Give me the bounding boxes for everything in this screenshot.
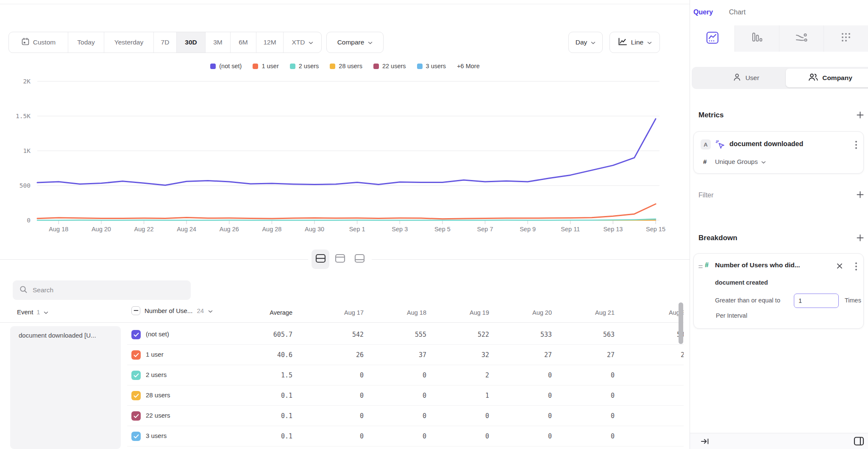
audience-user[interactable]: User [709,67,783,89]
layout-button-split-view[interactable] [312,249,329,269]
range-label: Custom [33,39,56,46]
range-label: Today [77,39,95,46]
search-input[interactable] [33,286,177,294]
event-column-header[interactable]: Event 1 [17,308,48,316]
line-chart[interactable]: 05001K1.5K2KAug 18Aug 20Aug 22Aug 24Aug … [0,59,690,258]
vertical-scrollbar-thumb[interactable] [679,302,683,344]
range-button-3m[interactable]: 3M [206,32,231,53]
breakdown-card[interactable]: # Number of Users who did... document cr… [693,253,864,329]
table-row[interactable]: 2 users1.5002002 [0,365,684,385]
drag-handle-icon[interactable] [698,264,703,272]
layout-button-table-only-view[interactable] [351,249,368,269]
group-header-label: Number of Use... [145,307,192,314]
chart-type-switcher [690,25,868,52]
date-column-header: Aug 19 [430,309,489,316]
metric-menu-icon[interactable] [855,140,857,151]
date-column-header: Aug 21 [555,309,615,316]
breakdown-event: document created [715,279,768,286]
add-filter-button[interactable] [855,191,865,200]
row-date-value: 0 [304,392,364,399]
measure-selector[interactable]: Unique Groups [715,158,766,165]
row-date-value: 26 [304,351,364,359]
y-axis-tick-label: 500 [19,182,31,189]
range-button-6m[interactable]: 6M [231,32,256,53]
chart-type-tile-scatter-chart[interactable] [823,25,868,52]
row-checkbox[interactable] [131,350,141,360]
group-count: 24 [197,307,204,314]
row-date-value: 1 [430,392,489,399]
metric-card[interactable]: A document downloaded # Unique Groups [693,131,864,174]
row-label: 28 users [146,391,170,399]
row-separator [127,446,684,446]
row-date-value: 25 [629,351,684,359]
x-axis-tick-label: Aug 26 [220,226,239,233]
tab-chart[interactable]: Chart [729,8,746,16]
split-panel-icon[interactable] [854,436,864,448]
table-row[interactable]: (not set)605.7542555522533563534 [0,324,684,345]
row-date-value: 0 [304,432,364,440]
chart-type-tile-bar-chart[interactable] [734,25,779,52]
row-checkbox[interactable] [131,411,141,421]
table-row[interactable]: 28 users0.1001000 [0,385,684,406]
date-column-header: Aug 17 [304,309,364,316]
table-row[interactable]: 3 users0.1000000 [0,426,684,446]
tab-query[interactable]: Query [693,8,713,16]
compare-button[interactable]: Compare [326,32,384,53]
chart-type-tile-flow-chart[interactable] [779,25,823,52]
row-date-value: 32 [430,351,489,359]
add-breakdown-button[interactable] [855,234,865,243]
row-checkbox[interactable] [131,330,141,339]
layout-button-chart-only-view[interactable] [331,249,349,269]
breakdown-value-input[interactable] [794,294,839,308]
range-button-custom[interactable]: Custom [9,32,68,53]
range-button-7d[interactable]: 7D [154,32,177,53]
collapse-panel-icon[interactable] [700,437,709,447]
row-average-value: 605.7 [233,331,292,338]
row-date-value: 0 [492,392,552,399]
query-panel: Query Chart User Company Metrics A docum… [690,0,868,449]
metric-badge: A [701,139,711,150]
chevron-down-icon [309,39,313,46]
row-checkbox[interactable] [131,432,141,441]
layout-toggle [308,247,372,271]
row-date-value: 0 [555,392,615,399]
close-icon[interactable] [836,263,843,271]
table-row[interactable]: 1 user40.6263732272725 [0,345,684,365]
chart-type-button[interactable]: Line [609,32,660,53]
compare-label: Compare [337,39,364,46]
range-button-30d[interactable]: 30D [177,32,206,53]
filter-title: Filter [698,191,714,199]
range-button-12m[interactable]: 12M [256,32,284,53]
group-column-header[interactable]: Number of Use... 24 [131,306,213,315]
row-date-value: 555 [367,331,426,338]
range-label: 12M [263,39,276,46]
range-button-today[interactable]: Today [68,32,104,53]
breakdown-menu-icon[interactable] [855,262,857,273]
row-date-value: 0 [555,432,615,440]
interval-button[interactable]: Day [568,32,603,53]
row-date-value: 0 [629,412,684,420]
range-label: 6M [239,39,248,46]
search-box [13,280,191,300]
row-date-value: 0 [430,412,489,420]
audience-company[interactable]: Company [786,69,868,87]
chart-type-tile-line-chart[interactable] [690,25,734,52]
range-button-yesterday[interactable]: Yesterday [104,32,154,53]
row-label: 3 users [146,432,167,439]
people-icon [808,73,818,83]
row-date-value: 542 [304,331,364,338]
chevron-down-icon [761,158,766,165]
select-all-checkbox[interactable] [131,306,140,315]
add-metric-button[interactable] [855,111,865,120]
x-axis-tick-label: Sep 13 [603,226,623,233]
table-only-view-icon [354,254,365,265]
row-average-value: 1.5 [233,371,292,379]
table-row[interactable]: 22 users0.1000000 [0,406,684,426]
row-checkbox[interactable] [131,391,141,400]
event-click-icon [715,139,726,152]
range-button-xtd[interactable]: XTD [284,32,321,53]
event-count: 1 [36,308,40,316]
row-date-value: 27 [492,351,552,359]
plus-icon [856,234,864,244]
row-checkbox[interactable] [131,371,141,380]
